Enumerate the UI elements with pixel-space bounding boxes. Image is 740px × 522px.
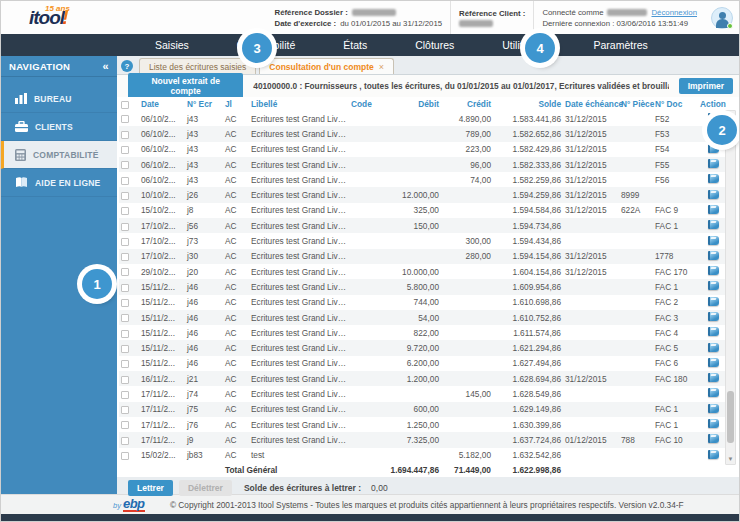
view-entry-book-icon[interactable]: [708, 419, 719, 428]
sidebar-item-clients[interactable]: CLIENTS: [1, 113, 117, 141]
delettrer-button[interactable]: Délettrer: [179, 480, 232, 496]
row-checkbox[interactable]: [121, 360, 129, 368]
row-checkbox[interactable]: [121, 284, 129, 292]
col-solde[interactable]: Solde: [493, 97, 563, 111]
table-row[interactable]: 15/10/2...j8ACEcritures test Grand Livre…: [119, 203, 729, 218]
tab-liste-ecritures[interactable]: Liste des écritures saisies: [139, 58, 256, 74]
row-checkbox[interactable]: [121, 268, 129, 276]
view-entry-book-icon[interactable]: [708, 373, 719, 382]
view-entry-book-icon[interactable]: [708, 312, 719, 321]
table-row[interactable]: 15/11/2...j46ACEcritures test Grand Livr…: [119, 340, 729, 355]
row-checkbox[interactable]: [121, 192, 129, 200]
tab-consultation-compte[interactable]: Consultation d'un compte ×: [259, 58, 394, 74]
col-code[interactable]: Code: [349, 97, 379, 111]
menu-clotures[interactable]: Clôtures: [391, 39, 478, 51]
menu-etats[interactable]: États: [319, 39, 391, 51]
col-debit[interactable]: Débit: [379, 97, 441, 111]
view-entry-book-icon[interactable]: [708, 343, 719, 352]
row-checkbox[interactable]: [121, 238, 129, 246]
view-entry-book-icon[interactable]: [708, 297, 719, 306]
table-row[interactable]: 16/11/2...j21ACEcritures test Grand Livr…: [119, 371, 729, 386]
table-row[interactable]: 17/11/2...j75ACEcritures test Grand Livr…: [119, 402, 729, 417]
sidebar-item-bureau[interactable]: BUREAU: [1, 85, 117, 113]
view-entry-book-icon[interactable]: [708, 358, 719, 367]
table-row[interactable]: 29/10/2...j20ACEcritures test Grand Livr…: [119, 264, 729, 279]
col-doc[interactable]: N° Doc: [653, 97, 697, 111]
view-entry-book-icon[interactable]: [708, 404, 719, 413]
help-icon[interactable]: ?: [121, 60, 133, 72]
row-checkbox[interactable]: [121, 314, 129, 322]
row-checkbox[interactable]: [121, 406, 129, 414]
col-piece[interactable]: N° Pièce: [619, 97, 653, 111]
view-entry-book-icon[interactable]: [708, 174, 719, 183]
print-button[interactable]: Imprimer: [679, 78, 733, 94]
col-libelle[interactable]: Libellé: [249, 97, 349, 111]
col-jl[interactable]: Jl: [223, 97, 249, 111]
col-necr[interactable]: N° Ecr: [185, 97, 223, 111]
scrollbar-thumb[interactable]: [727, 391, 734, 443]
table-row[interactable]: 15/02/2...jb83ACtest5.182,001.632.542,86: [119, 448, 729, 463]
table-row[interactable]: 17/11/2...j9ACEcritures test Grand Livre…: [119, 432, 729, 447]
table-row[interactable]: 17/11/2...j74ACEcritures test Grand Livr…: [119, 386, 729, 401]
row-checkbox[interactable]: [121, 161, 129, 169]
sidebar-item-comptabilite[interactable]: COMPTABILITÉ: [1, 141, 117, 169]
row-checkbox[interactable]: [121, 376, 129, 384]
view-entry-book-icon[interactable]: [708, 159, 719, 168]
row-checkbox[interactable]: [121, 177, 129, 185]
row-checkbox[interactable]: [121, 207, 129, 215]
col-echeance[interactable]: Date échéance: [563, 97, 619, 111]
lettrer-button[interactable]: Lettrer: [128, 480, 173, 496]
table-row[interactable]: 15/11/2...j46ACEcritures test Grand Livr…: [119, 295, 729, 310]
table-row[interactable]: 06/10/2...j43ACEcritures test Grand Livr…: [119, 157, 729, 172]
table-row[interactable]: 15/11/2...j46ACEcritures test Grand Livr…: [119, 279, 729, 294]
row-checkbox[interactable]: [121, 299, 129, 307]
menu-parametres[interactable]: Paramètres: [569, 39, 671, 51]
table-row[interactable]: 10/10/2...j26ACEcritures test Grand Livr…: [119, 187, 729, 202]
view-entry-book-icon[interactable]: [708, 327, 719, 336]
row-checkbox[interactable]: [121, 345, 129, 353]
view-entry-book-icon[interactable]: [708, 251, 719, 260]
table-row[interactable]: 17/10/2...j73ACEcritures test Grand Livr…: [119, 233, 729, 248]
logout-link[interactable]: Déconnexion: [651, 8, 697, 17]
row-checkbox[interactable]: [121, 223, 129, 231]
table-row[interactable]: 17/10/2...j56ACEcritures test Grand Livr…: [119, 218, 729, 233]
view-entry-book-icon[interactable]: [708, 434, 719, 443]
view-entry-book-icon[interactable]: [708, 236, 719, 245]
new-extract-button[interactable]: Nouvel extrait de compte: [128, 73, 243, 99]
table-row[interactable]: 15/11/2...j46ACEcritures test Grand Livr…: [119, 325, 729, 340]
menu-utilitaires[interactable]: Utilitaires: [478, 39, 569, 51]
view-entry-book-icon[interactable]: [708, 205, 719, 214]
select-all-checkbox[interactable]: [121, 101, 129, 109]
table-row[interactable]: 17/11/2...j76ACEcritures test Grand Livr…: [119, 417, 729, 432]
user-avatar[interactable]: [711, 7, 733, 29]
scroll-down-arrow[interactable]: ▼: [726, 454, 735, 464]
view-entry-book-icon[interactable]: [708, 220, 719, 229]
menu-saisies[interactable]: Saisies: [131, 39, 213, 51]
view-entry-book-icon[interactable]: [708, 450, 719, 459]
row-checkbox[interactable]: [121, 253, 129, 261]
table-row[interactable]: 06/10/2...j43ACEcritures test Grand Livr…: [119, 126, 729, 141]
row-checkbox[interactable]: [121, 437, 129, 445]
row-checkbox[interactable]: [121, 452, 129, 460]
row-checkbox[interactable]: [121, 146, 129, 154]
view-entry-book-icon[interactable]: [708, 266, 719, 275]
vertical-scrollbar[interactable]: ▲ ▼: [725, 110, 736, 465]
table-row[interactable]: 06/10/2...j43ACEcritures test Grand Livr…: [119, 172, 729, 187]
view-entry-book-icon[interactable]: [708, 190, 719, 199]
row-checkbox[interactable]: [121, 421, 129, 429]
view-entry-book-icon[interactable]: [708, 388, 719, 397]
row-checkbox[interactable]: [121, 131, 129, 139]
sidebar-item-aide[interactable]: AIDE EN LIGNE: [1, 169, 117, 197]
table-row[interactable]: 06/10/2...j43ACEcritures test Grand Livr…: [119, 142, 729, 157]
sidebar-collapse-icon[interactable]: «: [103, 60, 109, 72]
row-checkbox[interactable]: [121, 391, 129, 399]
col-date[interactable]: Date: [139, 97, 185, 111]
table-row[interactable]: 17/10/2...j30ACEcritures test Grand Livr…: [119, 249, 729, 264]
row-checkbox[interactable]: [121, 115, 129, 123]
table-row[interactable]: 06/10/2...j43ACEcritures test Grand Livr…: [119, 111, 729, 126]
view-entry-book-icon[interactable]: [708, 281, 719, 290]
col-credit[interactable]: Crédit: [441, 97, 493, 111]
row-checkbox[interactable]: [121, 330, 129, 338]
tab-close-icon[interactable]: ×: [379, 62, 384, 72]
view-entry-book-icon[interactable]: [708, 144, 719, 153]
